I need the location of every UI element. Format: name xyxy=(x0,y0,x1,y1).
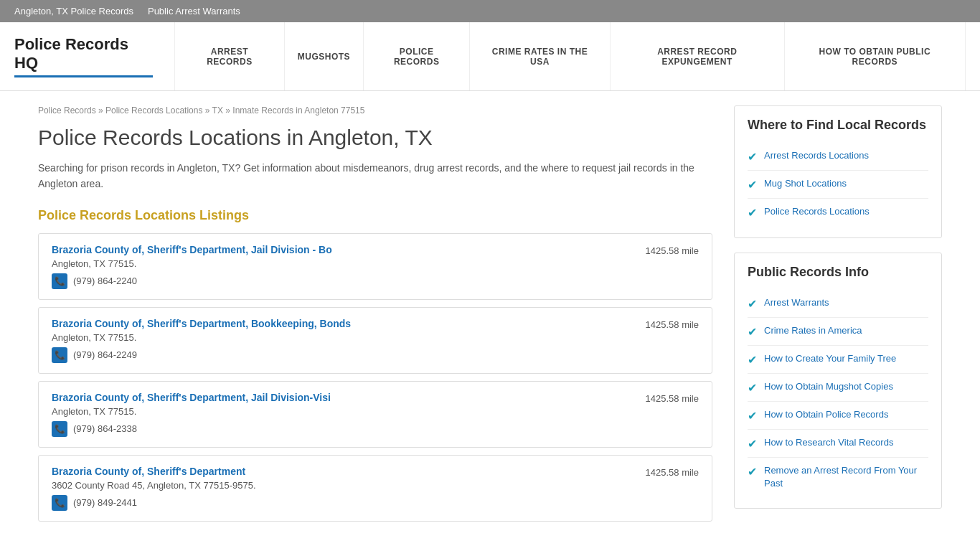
sidebar-public-records-title: Public Records Info xyxy=(748,265,928,280)
nav-mugshots[interactable]: MUGSHOTS xyxy=(285,22,364,90)
listing-address-1: Angleton, TX 77515. xyxy=(52,258,631,269)
sidebar-link-arrest-warrants: Arrest Warrants xyxy=(764,296,829,309)
sidebar-item-police-records-locations[interactable]: ✔ Police Records Locations xyxy=(748,199,928,226)
topbar: Angleton, TX Police Records Public Arres… xyxy=(0,0,980,22)
sidebar-link-mugshot-copies: How to Obtain Mugshot Copies xyxy=(764,380,893,393)
section-heading: Police Records Locations Listings xyxy=(38,208,712,223)
listing-distance-4: 1425.58 mile xyxy=(631,466,699,478)
listing-card: Brazoria County of, Sheriff's Department… xyxy=(38,307,712,374)
sidebar-item-arrest-records-locations[interactable]: ✔ Arrest Records Locations xyxy=(748,143,928,171)
sidebar-link-police-records: How to Obtain Police Records xyxy=(764,408,888,421)
sidebar-section-where-to-find: Where to Find Local Records ✔ Arrest Rec… xyxy=(734,105,942,238)
breadcrumb-locations[interactable]: Police Records Locations xyxy=(105,105,202,116)
sidebar-where-title: Where to Find Local Records xyxy=(748,118,928,133)
logo[interactable]: Police Records HQ xyxy=(14,35,153,77)
listing-phone-4: 📞 (979) 849-2441 xyxy=(52,495,631,511)
nav-arrest-expungement[interactable]: ARREST RECORD EXPUNGEMENT xyxy=(611,22,785,90)
nav-crime-rates[interactable]: CRIME RATES IN THE USA xyxy=(470,22,611,90)
listing-card: Brazoria County of, Sheriff's Department… xyxy=(38,381,712,448)
check-icon: ✔ xyxy=(748,437,757,451)
listing-name-2[interactable]: Brazoria County of, Sheriff's Department… xyxy=(52,318,631,329)
listing-address-3: Angleton, TX 77515. xyxy=(52,406,631,417)
phone-number-3[interactable]: (979) 864-2338 xyxy=(73,423,137,434)
breadcrumb: Police Records » Police Records Location… xyxy=(38,105,712,116)
phone-number-2[interactable]: (979) 864-2249 xyxy=(73,349,137,360)
intro-text: Searching for prison records in Angleton… xyxy=(38,160,712,192)
sidebar-link-police-records-locations: Police Records Locations xyxy=(764,205,870,218)
check-icon: ✔ xyxy=(748,381,757,395)
topbar-link-arrest-warrants[interactable]: Public Arrest Warrants xyxy=(148,6,240,17)
check-icon: ✔ xyxy=(748,206,757,220)
phone-icon-2: 📞 xyxy=(52,347,67,363)
page-title: Police Records Locations in Angleton, TX xyxy=(38,126,712,150)
sidebar-link-vital-records: How to Research Vital Records xyxy=(764,436,893,449)
listing-info: Brazoria County of, Sheriff's Department… xyxy=(52,466,631,511)
check-icon: ✔ xyxy=(748,353,757,367)
listing-address-2: Angleton, TX 77515. xyxy=(52,332,631,343)
listing-name-3[interactable]: Brazoria County of, Sheriff's Department… xyxy=(52,392,631,403)
sidebar-section-public-records: Public Records Info ✔ Arrest Warrants ✔ … xyxy=(734,253,942,509)
listing-card: Brazoria County of, Sheriff's Department… xyxy=(38,233,712,300)
check-icon: ✔ xyxy=(748,465,757,479)
nav-police-records[interactable]: POLICE RECORDS xyxy=(364,22,470,90)
logo-area: Police Records HQ xyxy=(14,22,174,90)
listing-phone-3: 📞 (979) 864-2338 xyxy=(52,421,631,437)
sidebar-item-family-tree[interactable]: ✔ How to Create Your Family Tree xyxy=(748,346,928,374)
phone-icon-3: 📞 xyxy=(52,421,67,437)
listing-distance-3: 1425.58 mile xyxy=(631,392,699,404)
sidebar-link-crime-rates: Crime Rates in America xyxy=(764,324,862,337)
sidebar-link-arrest-records-locations: Arrest Records Locations xyxy=(764,149,869,162)
listing-distance-2: 1425.58 mile xyxy=(631,318,699,330)
listing-card: Brazoria County of, Sheriff's Department… xyxy=(38,455,712,522)
topbar-link-police-records[interactable]: Angleton, TX Police Records xyxy=(14,6,133,17)
phone-number-4[interactable]: (979) 849-2441 xyxy=(73,497,137,508)
sidebar-item-remove-arrest-record[interactable]: ✔ Remove an Arrest Record From Your Past xyxy=(748,458,928,496)
listing-info: Brazoria County of, Sheriff's Department… xyxy=(52,392,631,437)
sidebar-link-remove-arrest-record: Remove an Arrest Record From Your Past xyxy=(764,464,928,490)
listing-phone-1: 📞 (979) 864-2240 xyxy=(52,273,631,289)
sidebar-item-police-records[interactable]: ✔ How to Obtain Police Records xyxy=(748,402,928,430)
listing-distance-1: 1425.58 mile xyxy=(631,244,699,256)
nav-obtain-public-records[interactable]: HOW TO OBTAIN PUBLIC RECORDS xyxy=(785,22,966,90)
nav-arrest-records[interactable]: ARREST RECORDS xyxy=(174,22,285,90)
breadcrumb-tx[interactable]: TX xyxy=(212,105,223,116)
header: Police Records HQ ARREST RECORDS MUGSHOT… xyxy=(0,22,980,91)
main-nav: ARREST RECORDS MUGSHOTS POLICE RECORDS C… xyxy=(174,22,966,90)
sidebar-link-mug-shot-locations: Mug Shot Locations xyxy=(764,177,847,190)
sidebar-item-crime-rates[interactable]: ✔ Crime Rates in America xyxy=(748,318,928,346)
check-icon: ✔ xyxy=(748,178,757,192)
sidebar-link-family-tree: How to Create Your Family Tree xyxy=(764,352,896,365)
listing-info: Brazoria County of, Sheriff's Department… xyxy=(52,244,631,289)
phone-icon-1: 📞 xyxy=(52,273,67,289)
check-icon: ✔ xyxy=(748,325,757,339)
sidebar-item-mug-shot-locations[interactable]: ✔ Mug Shot Locations xyxy=(748,171,928,199)
breadcrumb-inmate-records[interactable]: Inmate Records in Angleton 77515 xyxy=(232,105,364,116)
sidebar-item-vital-records[interactable]: ✔ How to Research Vital Records xyxy=(748,430,928,458)
listing-name-1[interactable]: Brazoria County of, Sheriff's Department… xyxy=(52,244,631,255)
listing-name-4[interactable]: Brazoria County of, Sheriff's Department xyxy=(52,466,631,477)
listing-address-4: 3602 County Road 45, Angleton, TX 77515-… xyxy=(52,480,631,491)
check-icon: ✔ xyxy=(748,297,757,311)
check-icon: ✔ xyxy=(748,150,757,164)
check-icon: ✔ xyxy=(748,409,757,423)
sidebar-item-arrest-warrants[interactable]: ✔ Arrest Warrants xyxy=(748,290,928,318)
sidebar: Where to Find Local Records ✔ Arrest Rec… xyxy=(734,105,942,529)
breadcrumb-police-records[interactable]: Police Records xyxy=(38,105,96,116)
content-area: Police Records » Police Records Location… xyxy=(38,105,712,529)
main-container: Police Records » Police Records Location… xyxy=(24,91,956,543)
phone-icon-4: 📞 xyxy=(52,495,67,511)
phone-number-1[interactable]: (979) 864-2240 xyxy=(73,276,137,286)
listing-phone-2: 📞 (979) 864-2249 xyxy=(52,347,631,363)
sidebar-item-mugshot-copies[interactable]: ✔ How to Obtain Mugshot Copies xyxy=(748,374,928,402)
listing-info: Brazoria County of, Sheriff's Department… xyxy=(52,318,631,363)
